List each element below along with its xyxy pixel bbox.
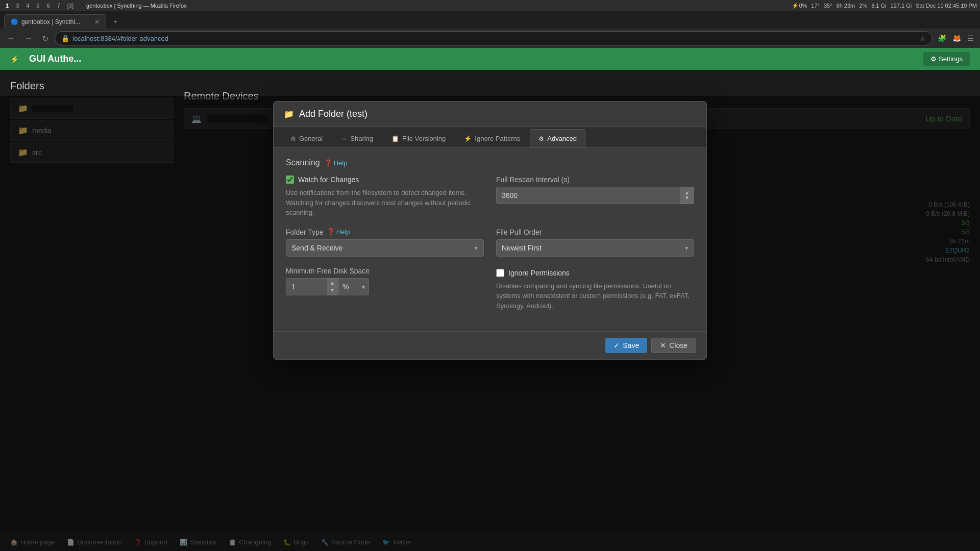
- help-icon: ❓: [327, 228, 335, 236]
- ignore-patterns-tab-icon: ⚡: [464, 135, 472, 142]
- st-logo: ⚡: [10, 55, 19, 63]
- ignore-permissions-label[interactable]: Ignore Permissions: [508, 269, 570, 277]
- taskbar-ram: 2%: [859, 3, 867, 9]
- menu-button[interactable]: ☰: [965, 32, 976, 44]
- tab-close-button[interactable]: ✕: [94, 18, 100, 26]
- file-versioning-tab-icon: 📋: [391, 135, 399, 142]
- scanning-help-label: Help: [334, 159, 348, 167]
- disk-permissions-row: Minimum Free Disk Space ▲ ▼ %: [286, 267, 694, 311]
- sharing-tab-icon: ↔: [341, 135, 347, 142]
- firefox-icon: 🦊: [950, 32, 963, 44]
- close-button[interactable]: ✕ Close: [651, 338, 696, 353]
- extensions-icon[interactable]: 🧩: [936, 32, 948, 44]
- folder-type-select[interactable]: Send & Receive Send Only Receive Only: [286, 239, 484, 257]
- tab-ignore-patterns[interactable]: ⚡ Ignore Patterns: [455, 129, 529, 147]
- ignore-permissions-row: Ignore Permissions: [496, 269, 694, 277]
- settings-icon: ⚙: [930, 55, 937, 63]
- modal-tabs: ⚙ General ↔ Sharing 📋 File Versioning ⚡ …: [274, 127, 706, 148]
- folder-type-select-wrapper: Send & Receive Send Only Receive Only: [286, 239, 484, 257]
- tab-file-versioning[interactable]: 📋 File Versioning: [383, 129, 454, 147]
- st-gui-auth-title: GUI Authe...: [29, 54, 81, 64]
- browser-toolbar: ← → ↻ 🔒 localhost:8384/#folder-advanced …: [0, 29, 980, 48]
- ignore-permissions-section: Ignore Permissions Disables comparing an…: [496, 267, 694, 311]
- taskbar-uptime: 8h 23m: [837, 3, 855, 9]
- disk-space-input-row: ▲ ▼ % kB MB GB: [286, 278, 484, 295]
- min-disk-input[interactable]: [286, 278, 327, 295]
- tab-file-versioning-label: File Versioning: [402, 135, 446, 142]
- workspace-1[interactable]: 1: [3, 3, 11, 9]
- disk-spinner-button[interactable]: ▲ ▼: [327, 278, 338, 295]
- rescan-input-group: ▲ ▼: [496, 187, 694, 204]
- close-label: Close: [669, 341, 688, 349]
- tab-advanced[interactable]: ⚙ Advanced: [530, 129, 585, 147]
- modal-folder-icon: 📁: [284, 109, 294, 119]
- new-tab-button[interactable]: +: [108, 14, 122, 29]
- workspace-3b[interactable]: [3]: [65, 3, 76, 9]
- ignore-permissions-col: Ignore Permissions Disables comparing an…: [496, 267, 694, 311]
- rescan-interval-input[interactable]: [496, 187, 680, 204]
- disk-unit-select[interactable]: % kB MB GB: [338, 278, 369, 295]
- watch-changes-label[interactable]: Watch for Changes: [298, 176, 359, 184]
- st-header-right: ⚙ Settings: [923, 52, 970, 66]
- rescan-label: Full Rescan Interval (s): [496, 176, 694, 184]
- disk-input-group: ▲ ▼ % kB MB GB: [286, 278, 369, 295]
- folder-type-row: Folder Type ❓ Help Send & Receive Send O…: [286, 228, 694, 257]
- workspace-3[interactable]: 3: [13, 3, 21, 9]
- security-icon: 🔒: [61, 35, 69, 42]
- help-circle-icon: ❓: [324, 159, 332, 167]
- save-icon: ✓: [614, 341, 620, 349]
- page-background: ⚡ GUI Authe... ⚙ Settings Folders 📁 📁 me…: [0, 48, 980, 551]
- taskbar: 1 3 4 5 6 7 [3] gentoobox | Syncthing — …: [0, 0, 980, 11]
- workspace-4[interactable]: 4: [23, 3, 32, 9]
- taskbar-mem2: 127.1 Gi: [891, 3, 912, 9]
- folders-heading: Folders: [10, 80, 174, 92]
- file-pull-order-select-wrapper: Newest First Oldest First Random Alphabe…: [496, 239, 694, 257]
- file-pull-order-col: File Pull Order Newest First Oldest Firs…: [496, 228, 694, 257]
- disk-spinner-down: ▼: [330, 287, 335, 294]
- watch-changes-checkbox[interactable]: [286, 176, 294, 184]
- taskbar-temp2: 35°: [824, 3, 832, 9]
- browser-chrome: 🔵 gentoobox | Syncthi... ✕ + ← → ↻ 🔒 loc…: [0, 11, 980, 48]
- ignore-permissions-description: Disables comparing and syncing file perm…: [496, 281, 694, 311]
- settings-button[interactable]: ⚙ Settings: [923, 52, 970, 66]
- folder-type-label: Folder Type ❓ Help: [286, 228, 484, 236]
- scanning-section: Scanning ❓ Help: [286, 158, 694, 167]
- ignore-permissions-checkbox[interactable]: [496, 269, 504, 277]
- file-pull-order-select[interactable]: Newest First Oldest First Random Alphabe…: [496, 239, 694, 257]
- workspace-switcher[interactable]: 1 3 4 5 6 7 [3]: [3, 3, 76, 9]
- taskbar-datetime: Sat Dec 10 02:45:19 PM: [916, 3, 977, 9]
- taskbar-left: 1 3 4 5 6 7 [3] gentoobox | Syncthing — …: [3, 3, 187, 9]
- file-pull-order-label: File Pull Order: [496, 228, 694, 236]
- tab-sharing-label: Sharing: [350, 135, 373, 142]
- workspace-6[interactable]: 6: [44, 3, 53, 9]
- advanced-tab-icon: ⚙: [538, 135, 544, 142]
- workspace-5[interactable]: 5: [34, 3, 42, 9]
- tab-general[interactable]: ⚙ General: [282, 129, 331, 147]
- tab-ignore-patterns-label: Ignore Patterns: [475, 135, 520, 142]
- taskbar-temp: 17°: [811, 3, 820, 9]
- active-browser-tab[interactable]: 🔵 gentoobox | Syncthi... ✕: [4, 14, 106, 29]
- taskbar-right: ⚡0% 17° 35° 8h 23m 2% 8.1 Gi 127.1 Gi Sa…: [792, 3, 977, 9]
- disk-unit-wrapper: % kB MB GB ▼: [338, 278, 369, 295]
- close-icon: ✕: [660, 341, 666, 349]
- reload-button[interactable]: ↻: [39, 32, 52, 45]
- forward-button[interactable]: →: [21, 32, 36, 45]
- rescan-spinner-button[interactable]: ▲ ▼: [680, 187, 694, 204]
- address-bar[interactable]: 🔒 localhost:8384/#folder-advanced ☆: [55, 31, 933, 45]
- min-disk-label: Minimum Free Disk Space: [286, 267, 484, 275]
- taskbar-window-title: gentoobox | Syncthing — Mozilla Firefox: [86, 3, 187, 9]
- watch-changes-description: Use notifications from the filesystem to…: [286, 188, 484, 218]
- modal-title: Add Folder (test): [299, 109, 368, 119]
- folder-type-help[interactable]: ❓ Help: [327, 228, 350, 236]
- save-button[interactable]: ✓ Save: [605, 338, 647, 353]
- back-button[interactable]: ←: [4, 32, 18, 45]
- tab-advanced-label: Advanced: [547, 135, 577, 142]
- tab-favicon: 🔵: [11, 18, 18, 26]
- scanning-help-link[interactable]: ❓ Help: [324, 159, 348, 167]
- disk-spinner-up: ▲: [330, 280, 335, 287]
- bookmark-icon[interactable]: ☆: [920, 35, 926, 42]
- workspace-7[interactable]: 7: [55, 3, 63, 9]
- general-tab-icon: ⚙: [290, 135, 296, 142]
- folder-type-col: Folder Type ❓ Help Send & Receive Send O…: [286, 228, 484, 257]
- tab-sharing[interactable]: ↔ Sharing: [332, 129, 382, 147]
